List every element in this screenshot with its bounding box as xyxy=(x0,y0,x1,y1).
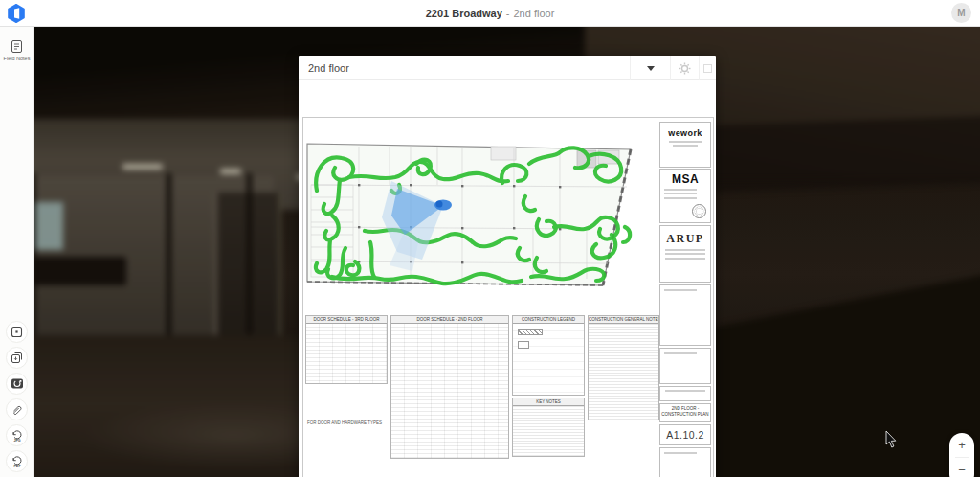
door-schedule-footnote: FOR DOOR AND HARDWARE TYPES xyxy=(307,420,382,425)
export-pages-icon xyxy=(11,352,23,364)
sheet-number-box: A1.10.2 xyxy=(659,424,711,445)
key-notes-block: KEY NOTES xyxy=(512,398,585,457)
floor-selector-label[interactable]: 2nd floor xyxy=(299,62,349,74)
floorplan-panel: 2nd floor xyxy=(299,56,716,477)
construction-legend-table: CONSTRUCTION LEGEND xyxy=(512,315,585,396)
titleblock-revisions xyxy=(659,284,711,346)
link-paperclip-icon xyxy=(11,403,23,416)
breadcrumb: 2201 Broadway - 2nd floor xyxy=(0,0,980,27)
title-separator: - xyxy=(506,8,510,19)
zoom-out-button[interactable]: − xyxy=(949,458,974,477)
left-sidebar: Field Notes xyxy=(0,27,34,477)
titleblock-keyplan xyxy=(659,348,711,384)
expand-icon xyxy=(703,64,712,73)
camera-360-icon xyxy=(11,377,24,390)
download-jpg-button[interactable]: JPG xyxy=(6,424,28,446)
sheet-title: 2ND FLOOR - CONSTRUCTION PLAN xyxy=(659,403,711,422)
legend-box-swatch xyxy=(518,341,529,349)
gear-icon xyxy=(679,62,691,75)
sheet-number: A1.10.2 xyxy=(660,425,710,445)
door-schedule-3rd-table: DOOR SCHEDULE - 3RD FLOOR xyxy=(305,315,388,384)
sidebar-item-field-notes[interactable]: Field Notes xyxy=(0,39,33,61)
viewpoint-icon xyxy=(11,326,23,338)
plan-settings-button[interactable] xyxy=(670,56,699,80)
arup-logo: ARUP xyxy=(660,232,710,246)
field-notes-label: Field Notes xyxy=(4,56,31,61)
viewpoint-tool-button[interactable] xyxy=(6,321,28,343)
mouse-cursor xyxy=(885,431,897,448)
user-avatar[interactable]: M xyxy=(951,3,971,23)
floorplan-sheet[interactable]: DOOR SCHEDULE - 3RD FLOOR FOR DOOR AND H… xyxy=(302,117,714,477)
app-window: 2201 Broadway - 2nd floor M Field Notes xyxy=(0,0,980,477)
expand-plan-button[interactable] xyxy=(699,56,716,80)
titleblock-fields xyxy=(659,386,711,401)
floorplan-panel-header: 2nd floor xyxy=(299,56,716,80)
sheet-schedule-tables: DOOR SCHEDULE - 3RD FLOOR FOR DOOR AND H… xyxy=(305,311,659,477)
camera-360-button[interactable] xyxy=(6,373,28,395)
svg-text:JPG: JPG xyxy=(13,438,20,442)
floor-dropdown-button[interactable] xyxy=(630,56,670,80)
sheet-titleblock: wework MSA ARUP xyxy=(659,122,711,477)
top-bar: 2201 Broadway - 2nd floor M xyxy=(0,0,980,27)
msa-logo: MSA xyxy=(660,172,710,186)
legend-hatch-swatch xyxy=(518,329,543,335)
architect-seal xyxy=(692,204,706,218)
chevron-down-icon xyxy=(647,66,655,71)
wework-logo: wework xyxy=(660,128,710,138)
field-notes-icon xyxy=(10,39,24,54)
jpg-file-icon: JPG xyxy=(11,429,24,443)
titleblock-arup: ARUP xyxy=(659,225,711,283)
export-pages-button[interactable] xyxy=(6,347,28,369)
titleblock-wework: wework xyxy=(659,122,711,168)
download-pdf-button[interactable]: PDF xyxy=(6,450,28,472)
share-link-button[interactable] xyxy=(6,398,28,420)
zoom-control: + − xyxy=(949,433,974,477)
pdf-file-icon: PDF xyxy=(11,455,24,468)
svg-text:PDF: PDF xyxy=(13,464,21,467)
floorplan-drawing xyxy=(303,135,659,309)
titleblock-footer xyxy=(659,447,711,477)
door-schedule-2nd-table: DOOR SCHEDULE - 2ND FLOOR xyxy=(390,315,509,459)
zoom-in-button[interactable]: + xyxy=(949,433,974,457)
titleblock-msa: MSA xyxy=(659,169,711,223)
camera-position-dot xyxy=(436,201,443,208)
project-title: 2201 Broadway xyxy=(426,8,502,19)
floor-subtitle: 2nd floor xyxy=(513,8,554,19)
general-notes-block: CONSTRUCTION GENERAL NOTES xyxy=(588,315,659,420)
